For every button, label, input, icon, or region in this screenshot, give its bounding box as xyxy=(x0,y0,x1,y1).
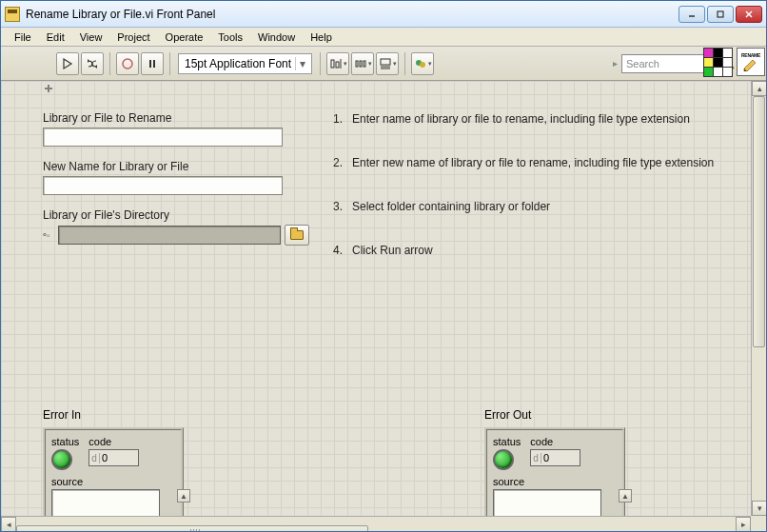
menu-edit[interactable]: Edit xyxy=(39,30,72,45)
svg-rect-7 xyxy=(331,60,334,68)
path-type-icon: ᵒ▫ xyxy=(43,230,54,241)
directory-input[interactable] xyxy=(58,226,281,245)
inst-text: Click Run arrow xyxy=(352,244,433,257)
folder-icon xyxy=(290,230,304,240)
h-thumb[interactable] xyxy=(16,525,368,532)
resize-button[interactable]: ▾ xyxy=(376,52,399,75)
error-in-title: Error In xyxy=(43,408,184,422)
svg-point-17 xyxy=(420,62,425,68)
menu-tools[interactable]: Tools xyxy=(210,30,250,45)
code-input[interactable]: d0 xyxy=(88,449,139,466)
inst-num: 3. xyxy=(333,200,352,213)
run-button[interactable] xyxy=(56,52,79,75)
abort-button[interactable] xyxy=(116,52,139,75)
maximize-button[interactable] xyxy=(707,6,734,23)
code-value: 0 xyxy=(541,452,580,463)
browse-button[interactable] xyxy=(285,225,309,246)
source-label: source xyxy=(51,476,175,487)
menu-view[interactable]: View xyxy=(72,30,110,45)
font-selector[interactable]: 15pt Application Font▾ xyxy=(178,53,312,74)
code-label: code xyxy=(88,436,139,447)
reorder-button[interactable]: ▾ xyxy=(411,52,434,75)
titlebar: Rename Library or File.vi Front Panel xyxy=(1,1,766,28)
scroll-corner xyxy=(751,516,766,531)
status-led[interactable] xyxy=(51,449,72,470)
run-continuously-button[interactable] xyxy=(81,52,104,75)
error-out-title: Error Out xyxy=(484,408,625,422)
svg-rect-11 xyxy=(360,61,362,67)
scroll-up-button[interactable]: ▲ xyxy=(619,489,632,502)
toolbar: 15pt Application Font▾ ▾ ▾ ▾ ▾ ▸ Search … xyxy=(1,47,766,81)
code-output: d0 xyxy=(530,449,580,466)
connector-pane[interactable] xyxy=(703,48,733,77)
menu-project[interactable]: Project xyxy=(109,30,157,45)
error-in-section: Error In status code d0 source xyxy=(43,408,184,531)
instructions: 1.Enter name of library or file to renam… xyxy=(333,112,714,287)
rename-input[interactable] xyxy=(43,128,283,147)
vertical-scrollbar[interactable]: ▴ ▾ xyxy=(751,81,766,516)
inst-num: 2. xyxy=(333,156,352,169)
pencil-icon xyxy=(742,58,759,71)
inst-text: Enter new name of library or file to ren… xyxy=(352,156,714,169)
chevron-down-icon: ▾ xyxy=(295,57,305,70)
inst-num: 1. xyxy=(333,112,352,126)
status-label: status xyxy=(51,436,79,447)
scroll-up-button[interactable]: ▲ xyxy=(177,489,190,502)
scroll-left-button[interactable]: ◂ xyxy=(1,517,16,532)
svg-point-4 xyxy=(123,59,132,69)
search-indicator-icon: ▸ xyxy=(613,58,618,69)
workspace: Library or File to Rename New Name for L… xyxy=(1,81,766,531)
vi-file-icon xyxy=(5,7,20,22)
status-label: status xyxy=(493,436,521,447)
code-label: code xyxy=(530,436,580,447)
svg-rect-8 xyxy=(336,62,339,68)
close-button[interactable] xyxy=(736,6,762,23)
search-placeholder: Search xyxy=(626,58,659,69)
status-led xyxy=(493,449,514,470)
menubar: File Edit View Project Operate Tools Win… xyxy=(1,28,766,47)
svg-rect-10 xyxy=(356,61,358,67)
window-title: Rename Library or File.vi Front Panel xyxy=(26,8,678,21)
svg-rect-5 xyxy=(149,60,151,68)
menu-window[interactable]: Window xyxy=(250,30,303,45)
menu-help[interactable]: Help xyxy=(303,30,340,45)
menu-file[interactable]: File xyxy=(7,30,39,45)
svg-rect-12 xyxy=(364,61,365,67)
menu-operate[interactable]: Operate xyxy=(158,30,211,45)
code-prefix: d xyxy=(89,453,100,463)
scroll-right-button[interactable]: ▸ xyxy=(736,517,751,532)
distribute-button[interactable]: ▾ xyxy=(351,52,374,75)
inst-text: Select folder containing library or fold… xyxy=(352,200,550,213)
pause-button[interactable] xyxy=(141,52,164,75)
svg-rect-13 xyxy=(381,59,390,65)
horizontal-scrollbar[interactable]: ◂ ▸ xyxy=(1,516,751,531)
right-panel: RENAME xyxy=(703,48,765,77)
scroll-up-button[interactable]: ▴ xyxy=(752,81,766,96)
svg-rect-6 xyxy=(153,60,155,68)
search-input[interactable]: Search xyxy=(621,54,717,73)
vi-icon[interactable]: RENAME xyxy=(737,48,765,76)
inst-num: 4. xyxy=(333,244,352,257)
scroll-down-button[interactable]: ▾ xyxy=(752,501,766,516)
font-label: 15pt Application Font xyxy=(185,57,291,70)
origin-marker xyxy=(45,85,52,92)
code-value: 0 xyxy=(100,452,138,463)
align-button[interactable]: ▾ xyxy=(326,52,349,75)
minimize-button[interactable] xyxy=(678,6,705,23)
newname-input[interactable] xyxy=(43,176,283,195)
v-thumb[interactable] xyxy=(753,96,765,347)
code-prefix: d xyxy=(531,453,541,463)
window-frame: Rename Library or File.vi Front Panel Fi… xyxy=(0,0,767,532)
error-out-section: Error Out status code d0 source xyxy=(484,408,625,531)
inst-text: Enter name of library or file to rename,… xyxy=(352,112,690,126)
svg-rect-1 xyxy=(718,11,723,17)
source-label: source xyxy=(493,476,617,487)
